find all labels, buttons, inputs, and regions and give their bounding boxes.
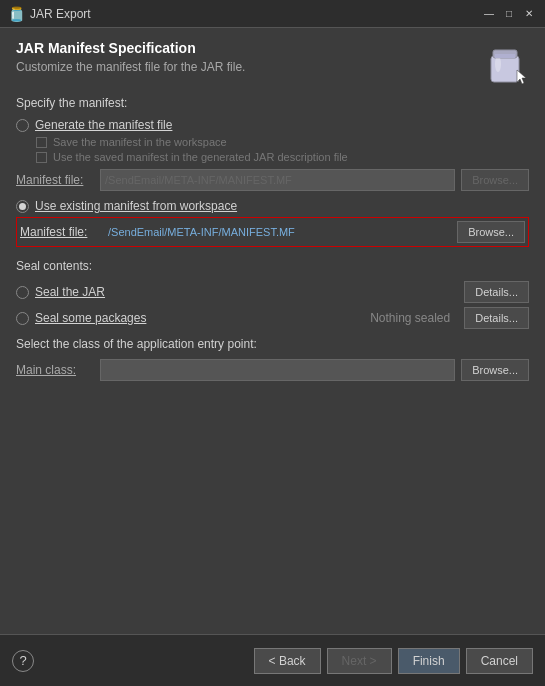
titlebar: 🫙 JAR Export — □ ✕ [0,0,545,28]
checkbox-save-input [36,137,47,148]
titlebar-title: JAR Export [30,7,481,21]
header-text: JAR Manifest Specification Customize the… [16,40,245,74]
radio-generate-label: Generate the manifest file [35,118,172,132]
seal-section: Seal contents: Seal the JAR Details... S… [16,259,529,329]
manifest-file-disabled-row: Manifest file: Browse... [16,169,529,191]
seal-packages-row: Seal some packages Nothing sealed Detail… [16,307,529,329]
titlebar-controls: — □ ✕ [481,7,537,21]
close-button[interactable]: ✕ [521,7,537,21]
back-button[interactable]: < Back [254,648,321,674]
checkbox-save-label: Save the manifest in the workspace [53,136,227,148]
radio-existing-input[interactable] [16,200,29,213]
entry-point-section: Select the class of the application entr… [16,337,529,381]
svg-rect-3 [495,54,515,58]
seal-jar-row: Seal the JAR Details... [16,281,529,303]
manifest-file-active-label: Manifest file: [20,225,100,239]
manifest-file-active-input[interactable] [104,221,451,243]
checkbox-use-saved-label: Use the saved manifest in the generated … [53,151,348,163]
generate-sub-options: Save the manifest in the workspace Use t… [36,136,529,163]
manifest-file-disabled-label: Manifest file: [16,173,96,187]
radio-seal-packages-input[interactable] [16,312,29,325]
main-content: JAR Manifest Specification Customize the… [0,28,545,634]
main-class-label: Main class: [16,363,96,377]
radio-seal-jar-label: Seal the JAR [35,285,105,299]
minimize-button[interactable]: — [481,7,497,21]
radio-existing-option[interactable]: Use existing manifest from workspace [16,199,529,213]
svg-point-2 [495,56,501,72]
seal-jar-details-button[interactable]: Details... [464,281,529,303]
radio-generate-option[interactable]: Generate the manifest file [16,118,529,132]
maximize-button[interactable]: □ [501,7,517,21]
checkbox-use-saved-input [36,152,47,163]
titlebar-icon: 🫙 [8,6,24,22]
help-button[interactable]: ? [12,650,34,672]
manifest-file-disabled-input[interactable] [100,169,455,191]
manifest-browse-disabled-button: Browse... [461,169,529,191]
cancel-button[interactable]: Cancel [466,648,533,674]
radio-generate-input[interactable] [16,119,29,132]
radio-existing-label: Use existing manifest from workspace [35,199,237,213]
radio-seal-jar-input[interactable] [16,286,29,299]
main-class-row: Main class: Browse... [16,359,529,381]
bottombar: ? < Back Next > Finish Cancel [0,634,545,686]
entry-point-label: Select the class of the application entr… [16,337,529,351]
svg-marker-4 [517,70,526,84]
manifest-file-active-row: Manifest file: Browse... [16,217,529,247]
seal-packages-details-button[interactable]: Details... [464,307,529,329]
header-title: JAR Manifest Specification [16,40,245,56]
manifest-browse-active-button[interactable]: Browse... [457,221,525,243]
jar-icon [481,40,529,88]
checkbox-save-option: Save the manifest in the workspace [36,136,529,148]
main-class-browse-button[interactable]: Browse... [461,359,529,381]
seal-contents-label: Seal contents: [16,259,529,273]
header-subtitle: Customize the manifest file for the JAR … [16,60,245,74]
radio-seal-packages-label: Seal some packages [35,311,146,325]
nothing-sealed-text: Nothing sealed [370,311,450,325]
specify-manifest-label: Specify the manifest: [16,96,529,110]
svg-rect-0 [491,56,519,82]
header-section: JAR Manifest Specification Customize the… [16,40,529,88]
seal-packages-radio-group: Seal some packages [16,311,370,325]
main-class-input[interactable] [100,359,455,381]
seal-jar-radio-group: Seal the JAR [16,285,458,299]
next-button[interactable]: Next > [327,648,392,674]
finish-button[interactable]: Finish [398,648,460,674]
checkbox-use-saved-option: Use the saved manifest in the generated … [36,151,529,163]
